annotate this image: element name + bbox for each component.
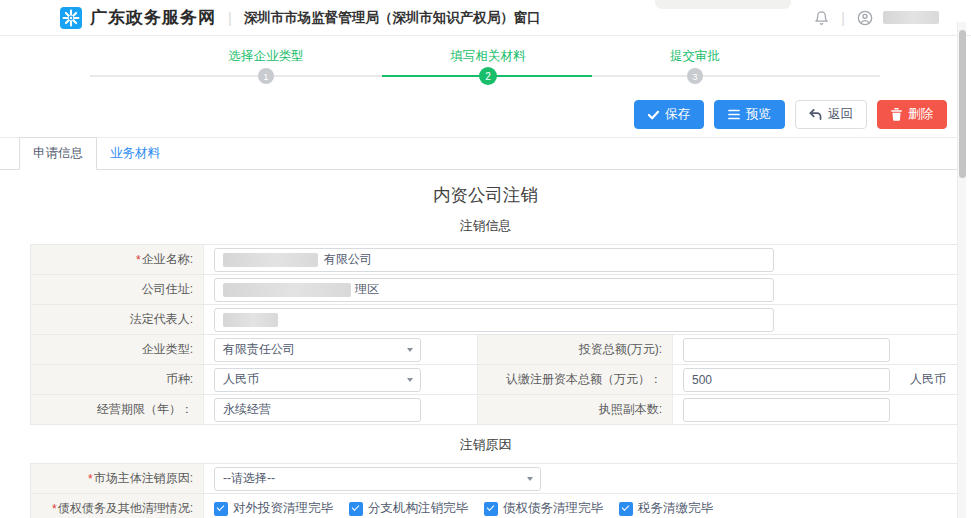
header-separator: | [228,10,232,26]
username-redacted [883,11,939,24]
license-copies-input[interactable] [683,398,890,422]
row-operating-period-license: 经营期限（年）： 执照副本数: [31,395,957,425]
clearance-checkbox-group: 对外投资清理完毕 分支机构注销完毕 债权债务清理完毕 税务清缴完毕 [214,500,713,517]
tab-strip: 申请信息 业务材料 [0,137,958,170]
deregister-reason-value: --请选择-- [223,470,275,487]
window-title: 深圳市市场监督管理局（深圳市知识产权局）窗口 [244,9,541,27]
step-label-fill-materials: 填写相关材料 [451,48,526,65]
legal-representative-redacted [223,313,278,327]
required-asterisk: * [52,502,57,516]
section-title-deregistration-reason: 注销原因 [0,436,971,454]
checked-checkbox-icon [484,502,498,516]
preview-button[interactable]: 预览 [714,100,785,129]
chevron-down-icon [407,348,413,352]
checkbox-branches-deregistered[interactable]: 分支机构注销完毕 [349,500,468,517]
row-legal-representative: 法定代表人: [31,305,957,335]
currency-select[interactable]: 人民币 [214,368,421,392]
header-right-separator: | [841,10,845,26]
clearance-status-label: * 债权债务及其他清理情况: [31,494,204,518]
company-type-select[interactable]: 有限责任公司 [214,338,421,362]
tab-application-info[interactable]: 申请信息 [19,137,97,170]
deregistration-info-table: * 企业名称: 有限公司 公司住址: 理区 法定代表人: [30,244,958,425]
step-circle-3: 3 [687,68,703,84]
checkbox-outbound-investment-cleared[interactable]: 对外投资清理完毕 [214,500,333,517]
row-company-name: * 企业名称: 有限公司 [31,245,957,275]
delete-button[interactable]: 删除 [877,100,947,129]
back-button[interactable]: 返回 [795,100,867,129]
row-company-type-investment: 企业类型: 有限责任公司 投资总额(万元): [31,335,957,365]
preview-button-label: 预览 [746,106,771,123]
deregister-reason-select[interactable]: --请选择-- [214,467,541,491]
company-name-label: * 企业名称: [31,245,204,274]
save-button[interactable]: 保存 [634,100,704,129]
company-address-redacted [223,283,351,297]
row-clearance-status: * 债权债务及其他清理情况: 对外投资清理完毕 分支机构注销完毕 债权债务清理完… [31,494,957,518]
step-label-choose-type: 选择企业类型 [229,48,304,65]
checked-checkbox-icon [349,502,363,516]
step-circle-1: 1 [258,68,274,84]
gdzwfw-logo-icon [60,7,82,29]
investment-total-label: 投资总额(万元): [477,335,673,364]
checkbox-taxes-settled[interactable]: 税务清缴完毕 [619,500,713,517]
top-bar: 广东政务服务网 | 深圳市市场监督管理局（深圳市知识产权局）窗口 | [0,0,971,36]
checked-checkbox-icon [214,502,228,516]
return-arrow-icon [809,109,822,120]
step-circle-2-active: 2 [479,67,497,85]
row-currency-capital: 币种: 人民币 认缴注册资本总额（万元）： 人民币 [31,365,957,395]
user-avatar-icon[interactable] [857,10,873,26]
vertical-scrollbar-track[interactable] [957,22,966,518]
investment-total-input[interactable] [683,338,890,362]
trash-icon [891,108,902,121]
currency-label: 币种: [31,365,204,394]
operating-period-input[interactable] [214,398,421,422]
required-asterisk: * [88,472,93,486]
row-company-address: 公司住址: 理区 [31,275,957,305]
step-label-submit-approval: 提交审批 [670,48,720,65]
list-icon [728,109,740,120]
delete-button-label: 删除 [908,106,933,123]
chevron-down-icon [407,378,413,382]
check-icon [648,110,659,120]
save-button-label: 保存 [665,106,690,123]
company-type-value: 有限责任公司 [223,341,295,358]
action-toolbar: 保存 预览 返回 删除 [0,100,947,129]
section-title-deregistration-info: 注销信息 [0,217,971,235]
company-address-label: 公司住址: [31,275,204,304]
vertical-scrollbar-thumb[interactable] [959,30,966,178]
registered-capital-input[interactable] [683,368,890,392]
site-title: 广东政务服务网 [90,6,216,29]
legal-representative-label: 法定代表人: [31,305,204,334]
legal-representative-field[interactable] [214,308,774,332]
back-button-label: 返回 [828,106,853,123]
chevron-down-icon [527,477,533,481]
progress-stepper: 选择企业类型 填写相关材料 提交审批 1 2 3 [0,46,971,92]
deregistration-reason-table: * 市场主体注销原因: --请选择-- * 债权债务及其他清理情况: 对外投资清… [30,463,958,518]
license-copies-label: 执照副本数: [477,395,673,424]
top-edge-decoration [655,0,791,9]
row-deregister-reason: * 市场主体注销原因: --请选择-- [31,464,957,494]
registered-capital-label: 认缴注册资本总额（万元）： [477,365,673,394]
company-name-field[interactable]: 有限公司 [214,248,774,272]
company-address-field[interactable]: 理区 [214,278,774,302]
company-type-label: 企业类型: [31,335,204,364]
page-title: 内资公司注销 [0,183,971,207]
currency-value: 人民币 [223,371,259,388]
operating-period-label: 经营期限（年）： [31,395,204,424]
company-name-suffix: 有限公司 [324,251,372,268]
required-asterisk: * [136,253,141,267]
company-name-redacted [223,253,318,267]
company-address-suffix: 理区 [355,281,379,298]
bell-icon[interactable] [814,10,829,26]
checkbox-debts-cleared[interactable]: 债权债务清理完毕 [484,500,603,517]
registered-capital-unit: 人民币 [910,371,946,388]
tab-business-materials[interactable]: 业务材料 [97,138,173,169]
checked-checkbox-icon [619,502,633,516]
deregister-reason-label: * 市场主体注销原因: [31,464,204,493]
